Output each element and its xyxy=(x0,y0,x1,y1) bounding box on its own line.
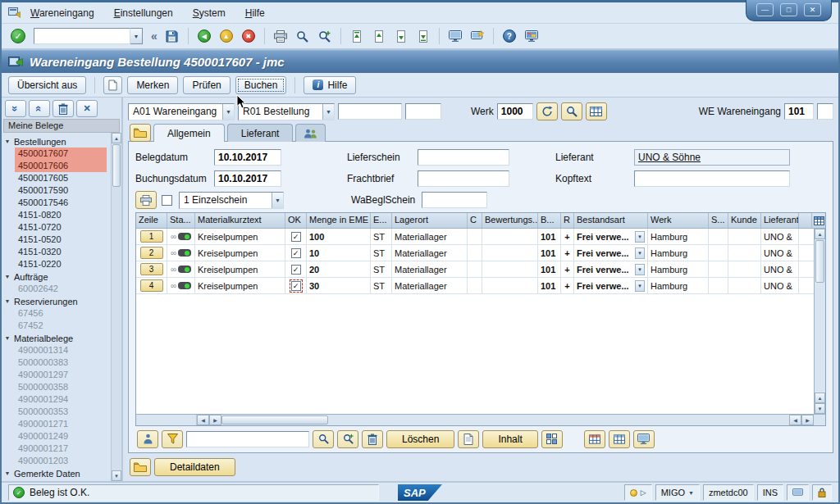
table-cell[interactable]: Kreiselpumpen xyxy=(195,261,285,277)
scroll-up-icon[interactable]: ▲ xyxy=(815,393,825,403)
table-cell[interactable]: UNO & xyxy=(761,261,799,277)
print-slip-icon[interactable] xyxy=(135,191,157,209)
tree-item[interactable]: 4500017605 xyxy=(15,172,111,184)
table-layout-icon[interactable] xyxy=(812,213,825,228)
collapse-header-icon[interactable] xyxy=(130,124,151,142)
table-cell[interactable] xyxy=(709,245,728,261)
ok-checkbox[interactable]: ✓ xyxy=(291,281,301,291)
table-cell[interactable]: 2 xyxy=(136,245,167,261)
menu-einstellungen[interactable]: Einstellungen xyxy=(114,7,173,19)
table-cell[interactable]: Kreiselpumpen xyxy=(195,229,285,244)
pruefen-button[interactable]: Prüfen xyxy=(183,76,230,94)
tree-section[interactable]: ▼Materialbelege xyxy=(4,332,111,344)
search-icon[interactable] xyxy=(561,102,582,120)
double-arrow-down-icon[interactable]: » xyxy=(5,100,26,117)
system-menu-icon[interactable] xyxy=(8,7,21,18)
table-cell[interactable]: Kreiselpumpen xyxy=(195,278,285,293)
tree-item[interactable]: 4900001314 xyxy=(15,344,111,356)
tree-item[interactable]: 4500017590 xyxy=(15,184,111,197)
table-cell[interactable]: ✓ xyxy=(285,261,307,277)
minimize-button[interactable]: — xyxy=(756,3,774,16)
maximize-button[interactable]: □ xyxy=(780,3,797,16)
tree-item[interactable]: 4500017607 xyxy=(15,148,107,160)
scroll-left-icon[interactable]: ◀ xyxy=(789,415,801,425)
performance-segment[interactable]: ▷ xyxy=(624,484,652,501)
dropdown-arrow-icon[interactable]: ▼ xyxy=(635,231,645,243)
cancel-icon[interactable]: ✖ xyxy=(239,26,258,46)
new-session-icon[interactable] xyxy=(445,26,465,46)
table-cell[interactable] xyxy=(709,278,728,293)
table-cell[interactable] xyxy=(482,229,538,244)
status-message-field[interactable]: ✓ Beleg ist O.K. xyxy=(8,484,379,501)
tree-item[interactable]: 5000000353 xyxy=(15,406,111,418)
titlebar[interactable]: Wareneingang Bestellung 4500017607 - jmc xyxy=(2,50,838,73)
table-cell[interactable]: Hamburg xyxy=(648,278,709,293)
table-cell[interactable]: ✓ xyxy=(285,245,307,261)
column-header[interactable]: Sta... xyxy=(167,213,195,228)
table-settings-icon[interactable] xyxy=(609,430,630,448)
find-next-icon[interactable] xyxy=(315,26,335,46)
tree-item[interactable]: 4500017606 xyxy=(15,160,107,172)
column-header[interactable]: Lagerort xyxy=(392,213,468,228)
tree-item[interactable]: 4900001203 xyxy=(15,455,111,467)
buchen-button[interactable]: Buchen xyxy=(235,76,287,94)
table-cell[interactable]: ST xyxy=(371,278,392,293)
table-cell[interactable] xyxy=(709,261,728,277)
insert-mode-segment[interactable]: INS xyxy=(757,484,783,501)
line-select-button[interactable]: 2 xyxy=(140,247,163,259)
table-cell[interactable]: 4 xyxy=(136,278,167,293)
tab-lieferant[interactable]: Lieferant xyxy=(227,124,294,142)
table-horizontal-scrollbar[interactable]: ◀ ▶ ◀ ▶ xyxy=(136,414,825,425)
table-cell[interactable]: 101 xyxy=(538,261,561,277)
table-cell[interactable] xyxy=(468,245,482,261)
dropdown-arrow-icon[interactable]: ▼ xyxy=(635,264,645,275)
werk-input[interactable] xyxy=(497,103,533,120)
tree-item[interactable]: 4151-0220 xyxy=(15,258,111,270)
tree-section[interactable]: ▼Gemerkte Daten xyxy=(4,467,111,479)
graphics-icon[interactable] xyxy=(633,430,655,448)
action-select[interactable]: A01 Wareneingang ▼ xyxy=(128,103,235,120)
table-cell[interactable]: ST xyxy=(371,261,392,277)
table-cell[interactable]: + xyxy=(561,278,574,293)
detaildaten-button[interactable]: Detaildaten xyxy=(154,458,235,476)
expand-triangle-icon[interactable]: ▼ xyxy=(4,138,11,144)
buchungsdatum-input[interactable] xyxy=(214,170,281,187)
table-cell[interactable] xyxy=(728,261,761,277)
page-up-icon[interactable] xyxy=(369,26,389,46)
table-cell[interactable]: 100 xyxy=(307,229,371,244)
table-cell[interactable] xyxy=(468,278,482,293)
tree-item[interactable]: 4900001271 xyxy=(15,418,111,430)
column-header[interactable]: Bewertungs... xyxy=(482,213,538,228)
filter-icon[interactable] xyxy=(162,430,183,448)
find-next-icon[interactable] xyxy=(337,430,358,448)
tab-allgemein[interactable]: Allgemein xyxy=(153,124,225,142)
table-cell[interactable]: 30 xyxy=(307,278,371,293)
table-cell[interactable]: UNO & xyxy=(761,278,799,293)
copy-content-icon[interactable] xyxy=(458,430,479,448)
find-icon[interactable] xyxy=(313,430,334,448)
dropdown-arrow-icon[interactable]: ▼ xyxy=(272,193,283,208)
ok-checkbox[interactable]: ✓ xyxy=(291,232,301,242)
scroll-down-icon[interactable]: ▼ xyxy=(815,403,825,414)
exit-icon[interactable]: ▲ xyxy=(217,26,236,46)
tree-item[interactable]: 4500017546 xyxy=(15,197,111,209)
tree-item[interactable]: 60002642 xyxy=(15,283,111,295)
scroll-up-icon[interactable]: ▲ xyxy=(815,229,825,239)
item-search-input[interactable] xyxy=(186,431,309,447)
matrix-icon[interactable] xyxy=(541,430,563,448)
dropdown-arrow-icon[interactable]: ▼ xyxy=(222,104,234,120)
menu-hilfe[interactable]: Hilfe xyxy=(245,7,265,19)
new-document-button[interactable] xyxy=(103,76,122,94)
tree-section[interactable]: ▼Aufträge xyxy=(4,270,111,283)
ok-checkbox[interactable]: ✓ xyxy=(291,265,301,275)
scroll-down-icon[interactable]: ▼ xyxy=(112,470,121,481)
detail-expand-icon[interactable] xyxy=(130,458,151,476)
table-cell[interactable]: Materiallager xyxy=(392,278,468,293)
layout-variant-icon[interactable] xyxy=(584,430,605,448)
tree-item[interactable]: 4900001294 xyxy=(15,393,111,406)
close-overview-icon[interactable]: ✕ xyxy=(76,100,98,117)
table-cell[interactable]: UNO & xyxy=(761,229,799,244)
first-page-icon[interactable] xyxy=(347,26,367,46)
loeschen-button[interactable]: Löschen xyxy=(386,430,454,448)
back-icon[interactable]: ◀ xyxy=(194,26,214,46)
